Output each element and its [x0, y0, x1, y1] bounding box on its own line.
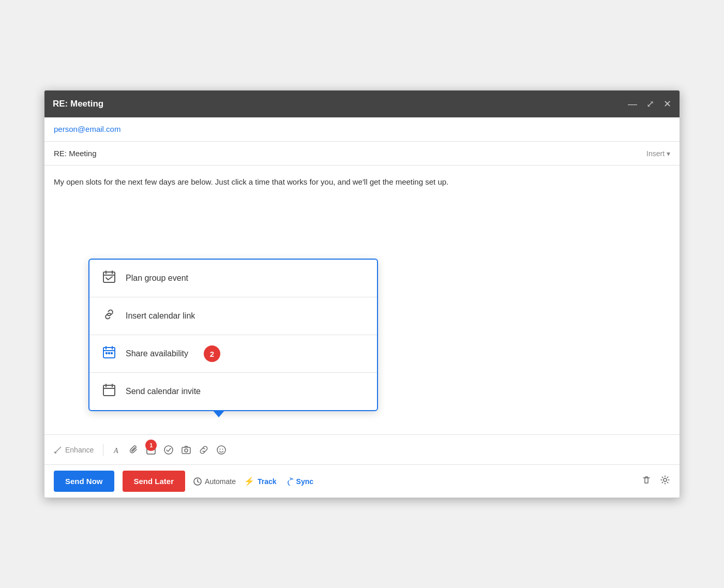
- share-availability-label: Share availability: [126, 349, 188, 358]
- svg-text:A: A: [113, 447, 118, 455]
- sync-label: Sync: [296, 477, 313, 486]
- svg-rect-8: [105, 352, 108, 354]
- minimize-button[interactable]: —: [628, 99, 637, 109]
- share-availability-badge: 2: [204, 345, 220, 362]
- formatting-toolbar: Enhance A 1: [44, 434, 680, 464]
- menu-item-insert-calendar-link[interactable]: Insert calendar link: [89, 297, 377, 335]
- svg-rect-0: [103, 272, 115, 282]
- menu-item-plan-group-event[interactable]: Plan group event: [89, 260, 377, 297]
- sync-button[interactable]: Sync: [285, 477, 313, 486]
- svg-point-23: [164, 446, 173, 454]
- svg-point-28: [222, 448, 223, 449]
- font-button[interactable]: A: [113, 445, 122, 455]
- enhance-label: Enhance: [65, 446, 94, 454]
- sync-icon: [285, 477, 293, 486]
- camera-icon: [181, 445, 191, 455]
- check-button[interactable]: [163, 445, 174, 455]
- automate-button[interactable]: Automate: [193, 477, 236, 486]
- svg-rect-10: [111, 352, 113, 354]
- svg-rect-11: [103, 385, 115, 396]
- track-lightning-icon: ⚡: [244, 476, 254, 486]
- toolbar-divider-1: [103, 444, 103, 456]
- plan-group-event-label: Plan group event: [126, 274, 188, 283]
- send-calendar-invite-label: Send calendar invite: [126, 387, 201, 396]
- enhance-button[interactable]: Enhance: [54, 446, 94, 454]
- svg-rect-24: [182, 447, 190, 454]
- settings-button[interactable]: [660, 475, 670, 488]
- window-controls: — ⤢ ✕: [628, 99, 671, 109]
- track-button[interactable]: ⚡ Track: [244, 476, 277, 486]
- subject-row: RE: Meeting Insert ▾: [44, 142, 680, 165]
- body-text: My open slots for the next few days are …: [54, 176, 519, 188]
- subject-text[interactable]: RE: Meeting: [54, 149, 97, 158]
- calendar-dropdown-menu: Plan group event Insert calendar link: [88, 259, 378, 411]
- bottom-action-bar: Send Now Send Later Automate ⚡ Track Syn…: [44, 464, 680, 497]
- attachment-icon: [129, 445, 139, 455]
- title-bar: RE: Meeting — ⤢ ✕: [44, 91, 680, 117]
- recipient-email[interactable]: person@email.com: [54, 125, 120, 133]
- calendar-toolbar-wrap: 1: [146, 445, 156, 455]
- link-icon: [199, 445, 209, 455]
- trash-button[interactable]: [641, 475, 652, 488]
- enhance-icon: [54, 446, 62, 454]
- gear-icon: [660, 475, 670, 485]
- trash-icon: [641, 475, 652, 485]
- calendar-toolbar-badge: 1: [145, 440, 157, 451]
- to-field[interactable]: person@email.com: [44, 117, 680, 142]
- track-label: Track: [258, 477, 277, 486]
- attachment-button[interactable]: [129, 445, 139, 455]
- plan-group-event-icon: [102, 270, 116, 287]
- body-area[interactable]: My open slots for the next few days are …: [44, 165, 680, 434]
- automate-label: Automate: [205, 477, 236, 486]
- svg-point-25: [185, 449, 188, 452]
- window-title: RE: Meeting: [53, 99, 103, 109]
- menu-item-send-calendar-invite[interactable]: Send calendar invite: [89, 373, 377, 410]
- insert-calendar-link-icon: [102, 308, 116, 324]
- svg-point-26: [217, 446, 225, 454]
- check-icon: [163, 445, 174, 455]
- share-availability-icon: [102, 345, 116, 362]
- send-later-button[interactable]: Send Later: [123, 471, 186, 492]
- insert-calendar-link-label: Insert calendar link: [126, 311, 195, 321]
- svg-rect-9: [108, 352, 110, 354]
- link-button[interactable]: [199, 445, 209, 455]
- menu-item-share-availability[interactable]: Share availability 2: [89, 335, 377, 373]
- camera-button[interactable]: [181, 445, 191, 455]
- emoji-icon: [216, 445, 227, 455]
- close-button[interactable]: ✕: [663, 99, 671, 109]
- font-icon: A: [113, 445, 122, 455]
- svg-point-30: [663, 478, 667, 481]
- svg-point-27: [220, 448, 221, 449]
- svg-line-15: [55, 447, 61, 453]
- send-calendar-invite-icon: [102, 383, 116, 400]
- automate-icon: [193, 477, 202, 486]
- email-compose-window: RE: Meeting — ⤢ ✕ person@email.com RE: M…: [44, 90, 680, 498]
- emoji-button[interactable]: [216, 445, 227, 455]
- send-now-button[interactable]: Send Now: [54, 471, 114, 492]
- insert-button[interactable]: Insert ▾: [646, 149, 670, 158]
- maximize-button[interactable]: ⤢: [646, 99, 654, 109]
